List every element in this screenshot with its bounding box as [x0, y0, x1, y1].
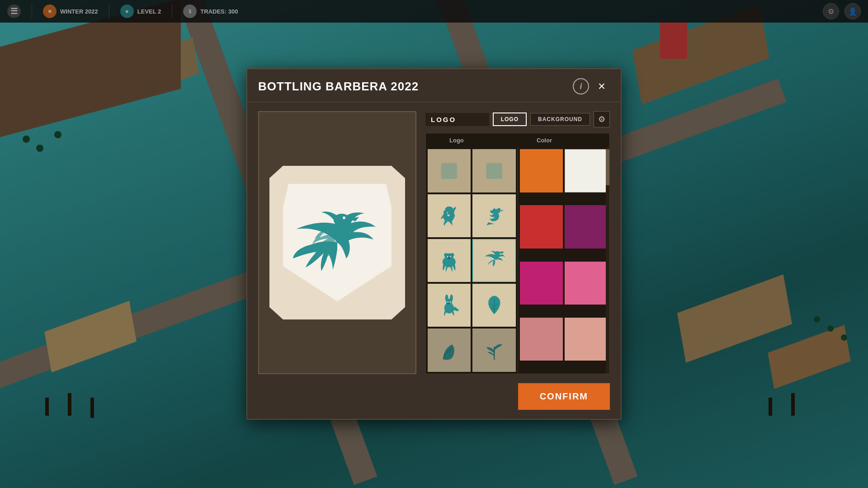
svg-point-1: [343, 216, 345, 219]
logo-item-duck[interactable]: [472, 239, 515, 282]
tab-background-button[interactable]: BACKGROUND: [530, 113, 590, 126]
color-swatch-orange[interactable]: [520, 149, 563, 192]
duck-logo-preview: [292, 202, 382, 283]
logo-item-squirrel[interactable]: [428, 194, 471, 237]
color-scrollbar-track[interactable]: [606, 147, 609, 373]
color-swatch-pink[interactable]: [565, 262, 608, 305]
svg-point-4: [497, 208, 500, 211]
svg-rect-2: [441, 163, 457, 178]
logo-item-blank1[interactable]: [428, 149, 471, 192]
color-swatch-white[interactable]: [565, 149, 608, 192]
tab-logo-button[interactable]: LOGO: [493, 113, 527, 126]
bottling-dialog: BOTTLING BARBERA 2022 i ×: [246, 68, 622, 419]
svg-point-19: [450, 302, 451, 303]
confirm-button[interactable]: CONFIRM: [518, 383, 610, 410]
color-grid: [518, 147, 610, 373]
svg-point-15: [445, 295, 448, 302]
color-column-header: Color: [519, 137, 604, 144]
grid-header: Logo Color: [426, 133, 609, 147]
dialog-header: BOTTLING BARBERA 2022 i ×: [247, 69, 621, 102]
svg-point-0: [334, 214, 350, 226]
color-scrollbar-thumb[interactable]: [606, 149, 609, 185]
color-swatch-purple[interactable]: [565, 205, 608, 248]
label-shield: [283, 184, 392, 301]
info-button[interactable]: i: [573, 78, 589, 94]
logo-item-plant[interactable]: [472, 328, 515, 371]
logo-item-leaf2[interactable]: [428, 328, 471, 371]
dialog-overlay: BOTTLING BARBERA 2022 i ×: [0, 0, 868, 488]
panel-title: LOGO: [425, 113, 489, 126]
label-preview-panel: [258, 111, 416, 374]
svg-point-11: [450, 256, 452, 258]
svg-rect-3: [486, 163, 502, 178]
logo-item-rabbit[interactable]: [428, 284, 471, 327]
color-swatch-salmon[interactable]: [565, 318, 608, 361]
svg-point-18: [448, 302, 449, 303]
settings-button[interactable]: ⚙: [594, 111, 610, 127]
svg-point-17: [447, 303, 450, 305]
logo-item-leaf[interactable]: [472, 284, 515, 327]
logo-column-header: Logo: [431, 137, 517, 144]
dialog-title: BOTTLING BARBERA 2022: [258, 80, 419, 94]
panel-header: LOGO LOGO BACKGROUND ⚙: [425, 111, 610, 127]
close-button[interactable]: ×: [594, 78, 610, 94]
logo-item-blank2[interactable]: [472, 149, 515, 192]
svg-point-16: [450, 295, 453, 302]
color-swatch-light-pink[interactable]: [520, 318, 563, 361]
logo-grid: [426, 147, 518, 373]
grid-content: [426, 147, 609, 373]
dialog-header-buttons: i ×: [573, 78, 610, 94]
dialog-footer: CONFIRM: [247, 383, 621, 419]
dialog-body: LOGO LOGO BACKGROUND ⚙ Logo Color: [247, 102, 621, 383]
color-swatch-red[interactable]: [520, 205, 563, 248]
right-panel: LOGO LOGO BACKGROUND ⚙ Logo Color: [425, 111, 610, 374]
svg-point-12: [495, 251, 500, 255]
label-card: [269, 166, 405, 319]
svg-point-10: [447, 256, 448, 258]
logo-item-bear[interactable]: [428, 239, 471, 282]
grid-container: Logo Color: [425, 133, 610, 374]
logo-item-swan[interactable]: [472, 194, 515, 237]
settings-gear-icon: ⚙: [598, 114, 605, 124]
color-swatch-magenta[interactable]: [520, 262, 563, 305]
